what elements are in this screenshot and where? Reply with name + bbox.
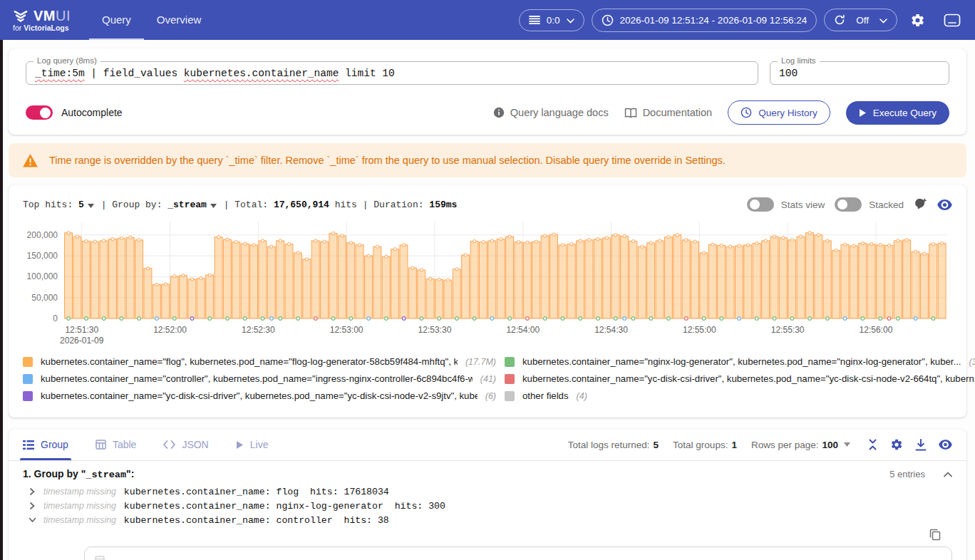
stats-view-label: Stats view bbox=[781, 199, 825, 210]
chart-svg[interactable]: 050,000100,000150,000200,00012:51:302026… bbox=[23, 219, 952, 346]
legend-item[interactable]: kubernetes.container_name="controller", … bbox=[23, 373, 496, 384]
hits-bar-chart[interactable]: 050,000100,000150,000200,00012:51:302026… bbox=[23, 219, 952, 348]
chevron-down-icon[interactable] bbox=[210, 200, 217, 211]
query-history-button[interactable]: Query History bbox=[728, 100, 830, 125]
eye-icon[interactable] bbox=[939, 440, 952, 450]
tab-json[interactable]: JSON bbox=[163, 429, 208, 460]
svg-text:12:55:00: 12:55:00 bbox=[683, 325, 716, 335]
log-limit-select[interactable]: 0:0 bbox=[519, 9, 584, 31]
svg-text:12:56:00: 12:56:00 bbox=[860, 325, 893, 335]
query-panel: Log query (8ms) _time:5m | field_values … bbox=[9, 48, 966, 135]
history-clock-icon bbox=[741, 107, 752, 118]
download-icon[interactable] bbox=[915, 439, 927, 451]
query-language-docs-link[interactable]: Query language docs bbox=[493, 107, 609, 118]
legend-swatch bbox=[23, 391, 33, 401]
keyboard-shortcuts-button[interactable] bbox=[938, 9, 966, 31]
gear-icon bbox=[910, 13, 925, 28]
chevron-up-icon[interactable] bbox=[944, 472, 952, 477]
log-limits-label: Log limits bbox=[778, 56, 820, 65]
nav-tabs: Query Overview bbox=[89, 0, 214, 40]
svg-text:12:55:30: 12:55:30 bbox=[771, 325, 805, 335]
execute-query-button[interactable]: Execute Query bbox=[846, 101, 949, 125]
time-range-button[interactable]: 2026-01-09 12:51:24 - 2026-01-09 12:56:2… bbox=[592, 9, 817, 32]
svg-text:150,000: 150,000 bbox=[27, 251, 58, 261]
group-title: 1. Group by "_stream": bbox=[23, 468, 134, 480]
play-icon bbox=[236, 440, 244, 450]
total-logs-returned: Total logs returned:5 bbox=[568, 440, 659, 450]
stacked-toggle[interactable] bbox=[835, 197, 862, 212]
legend-item[interactable]: kubernetes.container_name="yc-disk-csi-d… bbox=[505, 373, 975, 384]
log-limits-value[interactable]: 100 bbox=[779, 68, 940, 79]
svg-text:12:52:00: 12:52:00 bbox=[153, 325, 187, 335]
svg-text:12:53:30: 12:53:30 bbox=[418, 325, 452, 335]
autocomplete-toggle[interactable] bbox=[26, 105, 53, 120]
group-list-icon bbox=[23, 440, 34, 450]
clock-icon bbox=[602, 14, 614, 26]
legend-swatch bbox=[23, 374, 33, 384]
tip-icon[interactable] bbox=[914, 197, 927, 212]
chevron-down-icon[interactable] bbox=[88, 200, 94, 211]
legend-item[interactable]: kubernetes.container_name="nginx-log-gen… bbox=[505, 356, 975, 367]
settings-button[interactable] bbox=[904, 9, 931, 32]
group-results: 1. Group by "_stream": 5 entries timesta… bbox=[9, 461, 966, 560]
log-row[interactable]: timestamp missing kubernetes.container_n… bbox=[29, 484, 952, 499]
log-query-value[interactable]: _time:5m | field_values kubernetes.conta… bbox=[35, 68, 749, 79]
svg-text:200,000: 200,000 bbox=[27, 230, 58, 240]
log-query-input[interactable]: Log query (8ms) _time:5m | field_values … bbox=[26, 61, 758, 85]
svg-text:2026-01-09: 2026-01-09 bbox=[60, 336, 104, 346]
tab-overview[interactable]: Overview bbox=[144, 0, 215, 40]
vmui-logo[interactable]: VMUI for VictoriaLogs bbox=[13, 0, 71, 40]
tab-query[interactable]: Query bbox=[89, 0, 144, 40]
documentation-link[interactable]: Documentation bbox=[624, 107, 713, 118]
gear-icon[interactable] bbox=[890, 438, 903, 451]
autocomplete-label: Autocomplete bbox=[61, 107, 123, 118]
legend-swatch bbox=[505, 357, 515, 367]
expanded-log-details bbox=[84, 546, 952, 560]
play-icon bbox=[859, 108, 867, 118]
chevron-right-icon[interactable] bbox=[29, 488, 36, 495]
rows-per-page-select[interactable]: Rows per page:100 bbox=[751, 440, 850, 450]
legend-item[interactable]: other fields (4) bbox=[505, 390, 975, 401]
collapse-all-icon[interactable] bbox=[867, 439, 878, 450]
legend-item[interactable]: kubernetes.container_name="flog", kubern… bbox=[23, 356, 496, 367]
svg-text:12:54:00: 12:54:00 bbox=[506, 325, 540, 335]
stats-view-toggle[interactable] bbox=[747, 197, 774, 212]
window-edge bbox=[0, 40, 3, 560]
chevron-down-icon bbox=[844, 442, 850, 447]
top-hits-value[interactable]: 5 bbox=[78, 199, 84, 210]
book-icon bbox=[624, 108, 637, 118]
tab-live[interactable]: Live bbox=[236, 429, 269, 460]
chevron-right-icon[interactable] bbox=[29, 502, 36, 509]
chevron-down-icon[interactable] bbox=[29, 517, 36, 524]
navbar: VMUI for VictoriaLogs Query Overview 0:0 bbox=[0, 0, 975, 40]
autorefresh-control[interactable]: Off bbox=[824, 9, 897, 31]
chart-summary: Top hits: 5 | Group by: _stream | Total:… bbox=[23, 199, 457, 211]
list-icon bbox=[529, 15, 540, 25]
eye-icon[interactable] bbox=[937, 199, 952, 210]
entries-count: 5 entries bbox=[889, 469, 925, 479]
svg-text:12:54:30: 12:54:30 bbox=[594, 325, 628, 335]
results-panel: Group Table JSON Live Tot bbox=[9, 429, 966, 560]
tab-group[interactable]: Group bbox=[23, 429, 68, 460]
stats-view-switch[interactable]: Stats view bbox=[747, 197, 825, 212]
logo-subtitle: for VictoriaLogs bbox=[13, 24, 71, 32]
log-row[interactable]: timestamp missing kubernetes.container_n… bbox=[29, 499, 952, 513]
copy-icon[interactable] bbox=[929, 529, 941, 541]
legend-item[interactable]: kubernetes.container_name="yc-disk-csi-d… bbox=[23, 390, 496, 401]
chart-legend: kubernetes.container_name="flog", kubern… bbox=[23, 350, 952, 408]
log-limits-input[interactable]: Log limits 100 bbox=[770, 61, 949, 85]
legend-swatch bbox=[505, 374, 515, 384]
log-row[interactable]: timestamp missing kubernetes.container_n… bbox=[29, 513, 952, 527]
total-groups: Total groups:1 bbox=[673, 440, 737, 450]
hits-chart-panel: Top hits: 5 | Group by: _stream | Total:… bbox=[9, 185, 966, 418]
tab-table[interactable]: Table bbox=[96, 429, 136, 460]
victoriametrics-logo-icon bbox=[13, 9, 29, 24]
chevron-down-icon bbox=[879, 15, 887, 26]
group-by-value[interactable]: _stream bbox=[167, 199, 207, 210]
stacked-label: Stacked bbox=[869, 199, 904, 210]
info-icon bbox=[493, 107, 505, 118]
time-range-value: 2026-01-09 12:51:24 - 2026-01-09 12:56:2… bbox=[620, 15, 808, 26]
stacked-switch[interactable]: Stacked bbox=[835, 197, 904, 212]
chevron-down-icon bbox=[567, 15, 574, 26]
code-icon bbox=[163, 440, 175, 449]
